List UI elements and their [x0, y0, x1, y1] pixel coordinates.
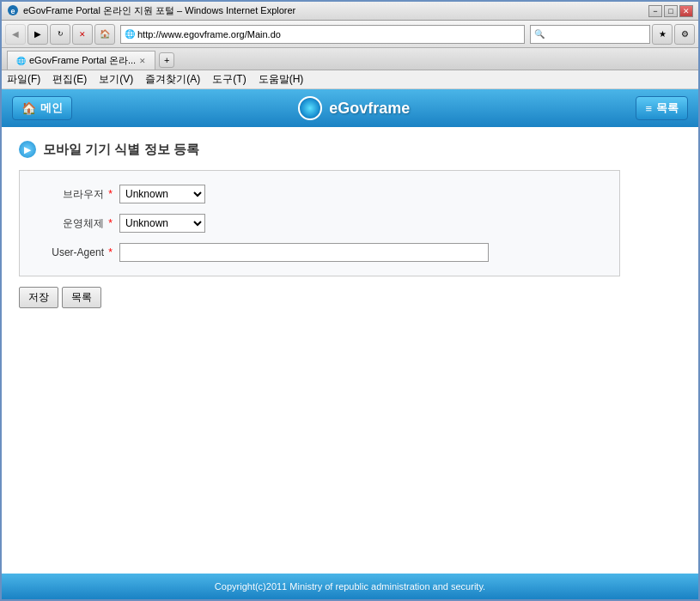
menu-favorites[interactable]: 즐겨찾기(A) [145, 72, 200, 87]
page-title-row: ▶ 모바일 기기 식별 정보 등록 [19, 141, 681, 158]
os-select[interactable]: Unknown Windows Android iOS Linux [119, 214, 205, 233]
save-button[interactable]: 저장 [19, 287, 58, 308]
menu-view[interactable]: 보기(V) [99, 72, 133, 87]
stop-button[interactable]: ✕ [72, 24, 93, 45]
form-table: 브라우저 * Unknown IE Chrome Firefox Safari [19, 170, 620, 276]
menu-help[interactable]: 도움말(H) [259, 72, 304, 87]
logo-text: eGovframe [329, 100, 410, 118]
header-logo: eGovframe [72, 96, 636, 120]
list-button[interactable]: ≡ 목록 [636, 96, 688, 120]
tab-favicon: 🌐 [16, 57, 26, 65]
address-text: http://www.egovframe.org/Main.do [137, 29, 281, 39]
browser-label: 브라우저 * [33, 187, 119, 202]
star-icon: ★ [659, 29, 667, 39]
tab-label: eGovFrame Portal 온라... [29, 54, 136, 67]
browser-required: * [108, 188, 113, 200]
address-lock-icon: 🌐 [125, 29, 135, 39]
button-row: 저장 목록 [19, 287, 681, 308]
minimize-button[interactable]: − [648, 5, 662, 17]
search-box[interactable]: 🔍 [530, 25, 650, 44]
home-button[interactable]: 🏠 [94, 24, 115, 45]
app-header: 🏠 메인 eGovframe ≡ 목록 [2, 89, 698, 127]
refresh-stop-button[interactable]: ↻ [50, 24, 70, 45]
tab-close-icon[interactable]: ✕ [139, 57, 146, 65]
logo-icon [298, 96, 322, 120]
forward-icon: ▶ [34, 29, 41, 39]
nav-right-buttons: ★ ⚙ [652, 24, 695, 45]
content-area: ▶ 모바일 기기 식별 정보 등록 브라우저 * Unknown IE Chro… [2, 127, 698, 599]
os-control: Unknown Windows Android iOS Linux [119, 214, 205, 233]
browser-control: Unknown IE Chrome Firefox Safari [119, 185, 205, 203]
form-row-useragent: User-Agent * [33, 238, 606, 267]
refresh-icon: ↻ [58, 30, 64, 38]
search-icon: 🔍 [534, 29, 545, 39]
page-title: 모바일 기기 식별 정보 등록 [43, 142, 199, 158]
tools-icon: ⚙ [681, 29, 689, 39]
useragent-input[interactable] [119, 243, 489, 262]
forward-button[interactable]: ▶ [27, 24, 48, 45]
stop-icon: ✕ [79, 30, 86, 39]
home-icon: 🏠 [21, 101, 36, 115]
maximize-button[interactable]: □ [664, 5, 678, 17]
useragent-required: * [108, 246, 113, 258]
address-bar[interactable]: 🌐 http://www.egovframe.org/Main.do [120, 25, 525, 44]
tab-bar: 🌐 eGovFrame Portal 온라... ✕ + [2, 48, 698, 70]
page-title-icon: ▶ [19, 141, 36, 158]
menu-file[interactable]: 파일(F) [7, 72, 40, 87]
active-tab[interactable]: 🌐 eGovFrame Portal 온라... ✕ [7, 51, 155, 70]
useragent-control [119, 243, 489, 262]
back-button[interactable]: ◀ [5, 24, 26, 45]
new-tab-button[interactable]: + [159, 52, 174, 68]
form-row-browser: 브라우저 * Unknown IE Chrome Firefox Safari [33, 179, 606, 209]
close-button[interactable]: ✕ [679, 5, 693, 17]
list-button-label: 목록 [656, 100, 679, 116]
menu-bar: 파일(F) 편집(E) 보기(V) 즐겨찾기(A) 도구(T) 도움말(H) [2, 70, 698, 89]
browser-select[interactable]: Unknown IE Chrome Firefox Safari [119, 185, 205, 203]
window-title: eGovFrame Portal 온라인 지원 포털 – Windows Int… [23, 4, 648, 17]
favorites-button[interactable]: ★ [652, 24, 673, 45]
main-button-label: 메인 [40, 100, 63, 116]
home-icon: 🏠 [100, 29, 110, 39]
list-nav-button[interactable]: 목록 [62, 287, 101, 308]
menu-edit[interactable]: 편집(E) [52, 72, 87, 87]
nav-bar: ◀ ▶ ↻ ✕ 🏠 🌐 http://www.egovframe.org/Mai… [2, 21, 698, 48]
svg-text:e: e [10, 7, 15, 15]
app-footer: Copyright(c)2011 Ministry of republic ad… [2, 574, 698, 599]
title-bar: e eGovFrame Portal 온라인 지원 포털 – Windows I… [2, 2, 698, 21]
form-row-os: 운영체제 * Unknown Windows Android iOS Linux [33, 209, 606, 238]
list-icon: ≡ [645, 102, 652, 115]
main-button[interactable]: 🏠 메인 [12, 96, 72, 120]
tools-button[interactable]: ⚙ [674, 24, 695, 45]
os-required: * [108, 217, 113, 229]
useragent-label: User-Agent * [33, 246, 119, 258]
back-icon: ◀ [12, 29, 19, 39]
browser-icon: e [7, 4, 19, 18]
menu-tools[interactable]: 도구(T) [212, 72, 246, 87]
copyright-text: Copyright(c)2011 Ministry of republic ad… [215, 581, 485, 592]
os-label: 운영체제 * [33, 216, 119, 231]
